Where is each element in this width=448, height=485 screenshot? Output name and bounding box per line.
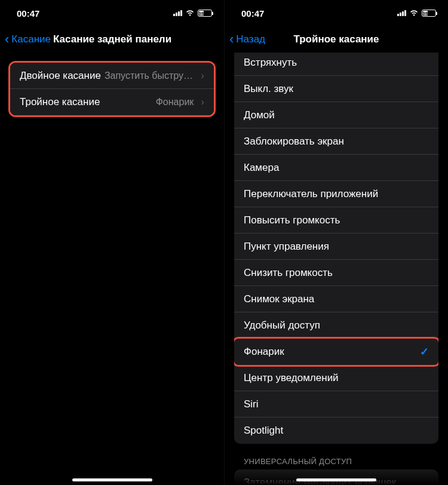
status-time: 00:47 xyxy=(17,8,39,19)
options-list-2: Затемнение мигающих вспышекКлассическая … xyxy=(234,469,438,485)
phone-left: 00:47 38 ‹ Касание Касание задней панели… xyxy=(0,0,224,485)
checkmark-icon: ✓ xyxy=(420,345,429,358)
option-row[interactable]: Домой xyxy=(234,102,438,128)
option-row[interactable]: Siri xyxy=(234,391,438,418)
chevron-right-icon: › xyxy=(201,70,204,82)
option-label: Переключатель приложений xyxy=(244,188,378,200)
chevron-left-icon: ‹ xyxy=(229,33,234,46)
option-row[interactable]: Фонарик✓ xyxy=(234,339,438,365)
option-label: Siri xyxy=(244,398,259,410)
battery-icon: 38 xyxy=(422,10,436,17)
option-row[interactable]: Spotlight xyxy=(234,418,438,444)
page-title: Касание задней панели xyxy=(53,33,171,45)
back-label: Назад xyxy=(236,33,265,45)
option-row[interactable]: Повысить громкость xyxy=(234,207,438,234)
option-label: Снизить громкость xyxy=(244,267,333,279)
option-label: Удобный доступ xyxy=(244,320,320,331)
chevron-left-icon: ‹ xyxy=(5,33,9,46)
option-row[interactable]: Снизить громкость xyxy=(234,260,438,286)
option-label: Снимок экрана xyxy=(244,293,314,305)
row-value: Запустить быструю ком… xyxy=(105,70,194,81)
option-label: Фонарик xyxy=(244,346,284,358)
nav-bar: ‹ Назад Тройное касание xyxy=(225,26,448,53)
option-label: Центр уведомлений xyxy=(244,372,339,384)
status-bar: 00:47 38 xyxy=(225,0,448,26)
back-label: Касание xyxy=(11,33,51,45)
chevron-right-icon: › xyxy=(201,96,204,108)
section-header: УНИВЕРСАЛЬНЫЙ ДОСТУП xyxy=(225,444,448,469)
page-title: Тройное касание xyxy=(293,33,379,45)
option-label: Повысить громкость xyxy=(244,214,340,226)
nav-bar: ‹ Касание Касание задней панели xyxy=(0,26,224,53)
options-list: ВстряхнутьВыкл. звукДомойЗаблокировать э… xyxy=(234,53,438,444)
option-label: Камера xyxy=(244,162,279,174)
options-scroll[interactable]: ВстряхнутьВыкл. звукДомойЗаблокировать э… xyxy=(225,53,448,485)
row-label: Тройное касание xyxy=(20,96,100,108)
back-button[interactable]: ‹ Касание xyxy=(5,33,51,46)
option-label: Пункт управления xyxy=(244,241,329,253)
option-label: Домой xyxy=(244,109,275,121)
option-row[interactable]: Выкл. звук xyxy=(234,76,438,102)
option-row[interactable]: Переключатель приложений xyxy=(234,181,438,207)
status-bar: 00:47 38 xyxy=(0,0,224,26)
option-row[interactable]: Центр уведомлений xyxy=(234,365,438,391)
battery-icon: 38 xyxy=(198,10,212,17)
status-right: 38 xyxy=(173,10,212,17)
option-label: Выкл. звук xyxy=(244,83,293,95)
option-row[interactable]: Встряхнуть xyxy=(234,53,438,76)
option-label: Заблокировать экран xyxy=(244,136,344,148)
row-value: Фонарик xyxy=(103,97,194,108)
row-triple-tap[interactable]: Тройное касание Фонарик › xyxy=(10,89,214,115)
option-row[interactable]: Удобный доступ xyxy=(234,312,438,339)
option-row[interactable]: Затемнение мигающих вспышек xyxy=(234,469,438,485)
status-time: 00:47 xyxy=(241,8,264,19)
home-indicator[interactable] xyxy=(72,478,152,481)
option-label: Встряхнуть xyxy=(244,57,297,69)
option-row[interactable]: Заблокировать экран xyxy=(234,128,438,155)
option-row[interactable]: Пункт управления xyxy=(234,234,438,260)
settings-group: Двойное касание Запустить быструю ком… ›… xyxy=(10,63,214,115)
highlight-box: Двойное касание Запустить быструю ком… ›… xyxy=(8,61,216,117)
option-row[interactable]: Камера xyxy=(234,155,438,181)
cellular-icon xyxy=(397,10,406,16)
wifi-icon xyxy=(409,10,419,17)
option-label: Spotlight xyxy=(244,425,283,437)
home-indicator[interactable] xyxy=(296,478,376,481)
option-row[interactable]: Снимок экрана xyxy=(234,286,438,312)
phone-right: 00:47 38 ‹ Назад Тройное касание Встряхн… xyxy=(224,0,448,485)
row-double-tap[interactable]: Двойное касание Запустить быструю ком… › xyxy=(10,63,214,89)
highlight-box: Фонарик✓ xyxy=(234,337,438,367)
cellular-icon xyxy=(173,10,182,16)
status-right: 38 xyxy=(397,10,436,17)
row-label: Двойное касание xyxy=(20,70,101,82)
back-button[interactable]: ‹ Назад xyxy=(229,33,265,46)
wifi-icon xyxy=(185,10,195,17)
